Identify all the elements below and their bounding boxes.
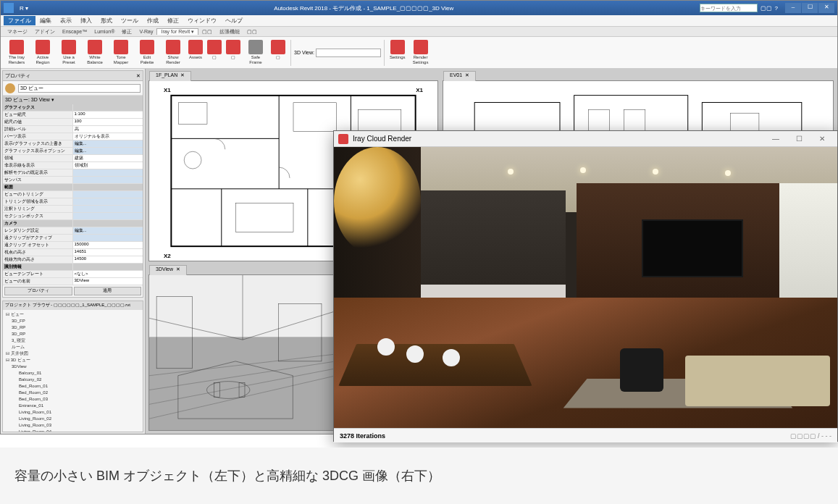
props-instance-header[interactable]: 3D ビュー: 3D View ▾ — [3, 96, 143, 104]
tree-node[interactable]: 3_寝室 — [4, 337, 141, 344]
tree-node[interactable]: Bed_Room_02 — [4, 390, 141, 396]
ribbon-btn-0[interactable]: The Iray Renders — [4, 40, 30, 65]
prop-row[interactable]: サンパス — [3, 177, 143, 184]
menu-file[interactable]: ファイル — [4, 16, 35, 25]
tab-9[interactable]: ▢▢ — [243, 29, 261, 35]
tab-0[interactable]: マネージ — [4, 28, 31, 35]
prop-row[interactable]: 注釈トリミング — [3, 206, 143, 213]
menu-edit[interactable]: 編集 — [35, 17, 56, 25]
ribbon-btn-2[interactable]: Use a Preset — [56, 40, 82, 65]
ribbon-btn-1[interactable]: Active Region — [30, 40, 56, 65]
render-maximize-button[interactable]: ☐ — [788, 133, 810, 146]
render-close-button[interactable]: ✕ — [811, 133, 833, 146]
panel-close-icon[interactable]: ✕ — [136, 73, 141, 79]
tree-node[interactable]: 3D_FP — [4, 318, 141, 324]
render-titlebar[interactable]: Iray Cloud Render — ☐ ✕ — [334, 131, 837, 147]
prop-row[interactable]: グラフィックス表示オプション編集... — [3, 148, 143, 155]
tree-node[interactable]: Living_Room_03 — [4, 422, 141, 429]
prop-row[interactable]: 遠クリップがアクティブ — [3, 235, 143, 242]
ribbon-btn-9[interactable]: ▢ — [224, 40, 243, 65]
ribbon-btn-5[interactable]: Edit Palette — [134, 40, 160, 65]
tree-node[interactable]: Entrance_01 — [4, 403, 141, 409]
tab-8[interactable]: 拡張機能 — [216, 28, 243, 35]
ribbon-btn-8[interactable]: ▢ — [205, 40, 224, 65]
menu-create[interactable]: 作成 — [143, 17, 163, 25]
close-icon[interactable]: ✕ — [180, 72, 185, 77]
prop-row[interactable]: ビューのトリミング — [3, 191, 143, 198]
prop-row[interactable]: 表示/グラフィックスの上書き編集... — [3, 140, 143, 148]
prop-row[interactable]: パーツ表示オリジナルを表示 — [3, 133, 143, 140]
prop-row[interactable]: 解析モデルの既定表示 — [3, 169, 143, 177]
props-apply-button[interactable]: 適用 — [74, 287, 142, 295]
prop-row[interactable]: 領域建築 — [3, 155, 143, 162]
menu-view[interactable]: 表示 — [56, 17, 76, 25]
tab-2[interactable]: Enscape™ — [59, 29, 91, 34]
ribbon-btn-10[interactable]: Safe Frame — [243, 40, 269, 65]
ribbon-tabs: マネージ アドイン Enscape™ Lumion® 修正 V-Ray Iray… — [1, 27, 837, 37]
menu-window[interactable]: ウィンドウ — [183, 17, 221, 25]
qat[interactable]: R ▾ — [20, 5, 28, 12]
ribbon-btn-6[interactable]: Show Render — [160, 40, 186, 65]
prop-row[interactable]: セクションボックス — [3, 213, 143, 220]
ribbon-btn-4[interactable]: Tone Mapper — [108, 40, 134, 65]
tab-iray[interactable]: Iray for Revit ▾ — [156, 28, 198, 35]
tree-node[interactable]: Balcony_02 — [4, 377, 141, 383]
user-label[interactable]: ▢▢ — [761, 5, 772, 12]
close-button[interactable]: ✕ — [818, 3, 834, 13]
prop-row[interactable]: レンダリング設定編集... — [3, 227, 143, 235]
tab-3[interactable]: Lumion® — [91, 29, 118, 34]
tree-node[interactable]: 3DView — [4, 364, 141, 370]
prop-row[interactable]: ビューの名前3DView — [3, 278, 143, 285]
help-icon[interactable]: ? — [775, 5, 778, 12]
menu-format[interactable]: 形式 — [96, 17, 117, 25]
view-type-dropdown[interactable]: 3D ビュー — [18, 84, 141, 93]
ribbon-settings-btn-1[interactable]: Render Settings — [408, 40, 434, 65]
prop-row[interactable]: 視線方向の高さ14500 — [3, 256, 143, 264]
help-search[interactable] — [700, 4, 758, 12]
render-minimize-button[interactable]: — — [765, 133, 787, 146]
tree-node[interactable]: ルーム — [4, 344, 141, 350]
tree-node[interactable]: ⊟ ビュー — [4, 311, 141, 318]
menu-insert[interactable]: 挿入 — [76, 17, 96, 25]
prop-row[interactable]: 視点の高さ14651 — [3, 249, 143, 256]
tree-node[interactable]: 3D_RP — [4, 324, 141, 331]
minimize-button[interactable]: – — [785, 3, 801, 13]
ribbon-icon — [88, 40, 102, 54]
tree-node[interactable]: Living_Room_04 — [4, 429, 141, 432]
tree-node[interactable]: ⊟ 3D ビュー — [4, 357, 141, 364]
props-help-button[interactable]: プロパティ — [4, 287, 72, 295]
tree-node[interactable]: Balcony_01 — [4, 370, 141, 377]
prop-row[interactable]: ビュー縮尺1:100 — [3, 112, 143, 119]
tree-node[interactable]: Living_Room_02 — [4, 416, 141, 422]
ribbon-btn-3[interactable]: White Balance — [82, 40, 108, 65]
tab-5[interactable]: V-Ray — [135, 29, 156, 34]
prop-row[interactable]: 詳細レベル高 — [3, 126, 143, 133]
tab-1[interactable]: アドイン — [31, 28, 59, 35]
render-statusbar: 3278 Iterations ▢▢▢▢ / - - - — [334, 428, 837, 442]
tab-4[interactable]: 修正 — [118, 28, 135, 35]
prop-row[interactable]: トリミング領域を表示 — [3, 198, 143, 206]
svg-point-11 — [184, 151, 201, 169]
maximize-button[interactable]: ☐ — [802, 3, 818, 13]
prop-row[interactable]: 非表示線を表示領域別 — [3, 162, 143, 169]
ribbon-btn-7[interactable]: Assets — [186, 40, 205, 65]
ribbon-settings-btn-0[interactable]: Settings — [387, 40, 408, 65]
caption-text: 容量の小さい BIM オブジェクト（左下）と高精細な 3DCG 画像（右下） — [14, 467, 440, 484]
close-icon[interactable]: ✕ — [176, 266, 180, 272]
ribbon-btn-11[interactable]: ▢ — [269, 40, 288, 65]
3dview-input[interactable] — [316, 49, 381, 57]
menu-modify[interactable]: 修正 — [163, 17, 183, 25]
tree-node[interactable]: ⊟ 天井伏図 — [4, 350, 141, 357]
prop-row[interactable]: 縮尺の値100 — [3, 119, 143, 126]
tree-node[interactable]: Bed_Room_01 — [4, 383, 141, 390]
viewport-3d[interactable]: 3DView✕ — [148, 274, 337, 431]
tree-node[interactable]: Living_Room_01 — [4, 409, 141, 416]
tab-7[interactable]: ▢▢ — [198, 29, 216, 35]
prop-row[interactable]: 遠クリップ オフセット150000 — [3, 242, 143, 249]
tree-node[interactable]: Bed_Room_03 — [4, 396, 141, 403]
tree-node[interactable]: 3D_RP — [4, 331, 141, 337]
close-icon[interactable]: ✕ — [465, 72, 469, 77]
menu-tools[interactable]: ツール — [117, 17, 143, 25]
prop-row[interactable]: ビューテンプレート<なし> — [3, 271, 143, 278]
menu-help[interactable]: ヘルプ — [221, 17, 247, 25]
